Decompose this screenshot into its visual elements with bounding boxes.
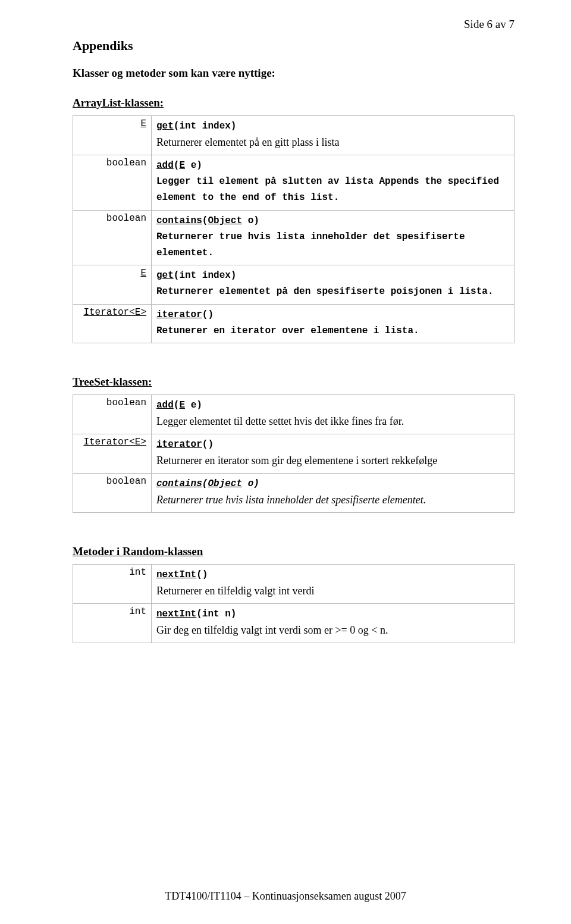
arraylist-heading: ArrayList-klassen: <box>73 96 514 109</box>
return-type: E <box>73 116 152 155</box>
table-row: booleancontains(Object o)Returnerer true… <box>73 210 514 265</box>
method-cell: nextInt()Returnerer en tilfeldig valgt i… <box>152 565 514 604</box>
method-cell: iterator()Retunerer en iterator over ele… <box>152 304 514 343</box>
page: Side 6 av 7 Appendiks Klasser og metoder… <box>0 0 571 924</box>
method-cell: nextInt(int n)Gir deg en tilfeldig valgt… <box>152 604 514 643</box>
appendix-title: Appendiks <box>73 38 514 54</box>
method-description: Legger elementet til dette settet hvis d… <box>156 414 509 430</box>
treeset-tbody: booleanadd(E e)Legger elementet til dett… <box>73 394 514 512</box>
method-description: Returnerer elementet på den spesifiserte… <box>156 284 509 300</box>
method-cell: get(int index)Returnerer elementet på de… <box>152 265 514 304</box>
method-signature: add(E e) <box>156 397 509 414</box>
method-description: Returnerer true hvis lista inneholder de… <box>156 492 509 509</box>
table-row: Eget(int index)Returnerer elementet på d… <box>73 265 514 304</box>
return-type: Iterator<E> <box>73 434 152 474</box>
method-description: Returnerer true hvis lista inneholder de… <box>156 229 509 261</box>
return-type: boolean <box>73 155 152 211</box>
method-description: Returnerer en iterator som gir deg eleme… <box>156 453 509 469</box>
method-signature: iterator() <box>156 307 509 323</box>
method-description: Returnerer en tilfeldig valgt int verdi <box>156 583 509 600</box>
table-row: Eget(int index)Returnerer elementet på e… <box>73 116 514 155</box>
random-tbody: intnextInt()Returnerer en tilfeldig valg… <box>73 565 514 643</box>
return-type: Iterator<E> <box>73 304 152 343</box>
method-description: Legger til element på slutten av lista A… <box>156 174 509 206</box>
footer-text: TDT4100/IT1104 – Kontinuasjonseksamen au… <box>0 890 571 903</box>
table-row: booleancontains(Object o)Returnerer true… <box>73 474 514 513</box>
return-type: boolean <box>73 210 152 265</box>
table-row: intnextInt()Returnerer en tilfeldig valg… <box>73 565 514 604</box>
method-signature: nextInt() <box>156 567 509 583</box>
method-signature: get(int index) <box>156 118 509 134</box>
return-type: boolean <box>73 474 152 513</box>
random-table: intnextInt()Returnerer en tilfeldig valg… <box>73 564 514 643</box>
classes-lead: Klasser og metoder som kan være nyttige: <box>73 67 514 80</box>
return-type: int <box>73 604 152 643</box>
method-signature: add(E e) <box>156 158 509 174</box>
method-cell: contains(Object o)Returnerer true hvis l… <box>152 210 514 265</box>
method-cell: get(int index)Returnerer elementet på en… <box>152 116 514 155</box>
method-cell: iterator()Returnerer en iterator som gir… <box>152 434 514 474</box>
table-row: Iterator<E>iterator()Returnerer en itera… <box>73 434 514 474</box>
random-heading: Metoder i Random-klassen <box>73 545 514 558</box>
table-row: booleanadd(E e)Legger til element på slu… <box>73 155 514 211</box>
table-row: intnextInt(int n)Gir deg en tilfeldig va… <box>73 604 514 643</box>
method-signature: contains(Object o) <box>156 213 509 229</box>
return-type: E <box>73 265 152 304</box>
method-signature: nextInt(int n) <box>156 606 509 622</box>
treeset-heading: TreeSet-klassen: <box>73 375 514 389</box>
arraylist-tbody: Eget(int index)Returnerer elementet på e… <box>73 116 514 343</box>
method-description: Returnerer elementet på en gitt plass i … <box>156 134 509 151</box>
table-row: Iterator<E>iterator()Retunerer en iterat… <box>73 304 514 343</box>
return-type: boolean <box>73 394 152 434</box>
method-description: Retunerer en iterator over elementene i … <box>156 323 509 339</box>
treeset-table: booleanadd(E e)Legger elementet til dett… <box>73 394 514 513</box>
method-signature: iterator() <box>156 437 509 453</box>
method-signature: contains(Object o) <box>156 476 509 492</box>
return-type: int <box>73 565 152 604</box>
method-cell: add(E e)Legger til element på slutten av… <box>152 155 514 211</box>
method-signature: get(int index) <box>156 268 509 284</box>
method-cell: add(E e)Legger elementet til dette sette… <box>152 394 514 434</box>
page-number: Side 6 av 7 <box>73 18 514 31</box>
method-description: Gir deg en tilfeldig valgt int verdi som… <box>156 622 509 639</box>
method-cell: contains(Object o)Returnerer true hvis l… <box>152 474 514 513</box>
table-row: booleanadd(E e)Legger elementet til dett… <box>73 394 514 434</box>
arraylist-table: Eget(int index)Returnerer elementet på e… <box>73 115 514 343</box>
